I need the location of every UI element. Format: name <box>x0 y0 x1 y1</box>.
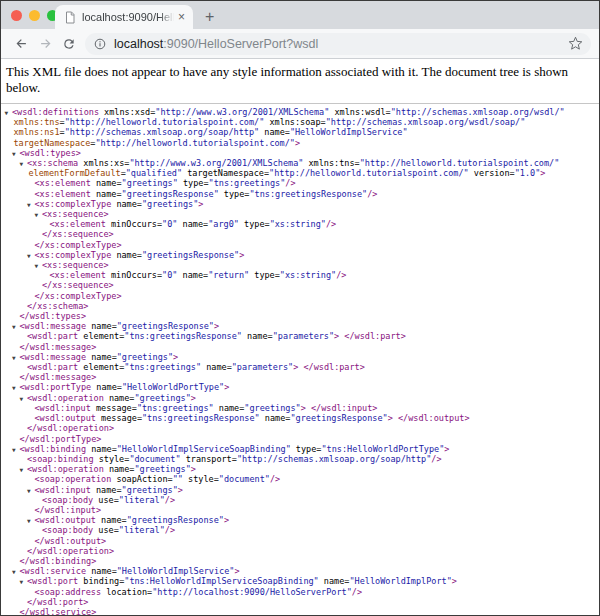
traffic-light-minimize-button[interactable] <box>29 10 40 21</box>
xml-line: </xs:sequence> <box>1 280 599 290</box>
reload-button[interactable] <box>57 32 81 56</box>
tab-close-icon[interactable]: × <box>176 10 187 24</box>
xml-line: </wsdl:types> <box>1 311 599 321</box>
page-info-icon[interactable] <box>93 37 107 51</box>
tab-strip: localhost:9090/HelloServerPort × + <box>1 1 599 29</box>
xml-line: </xs:sequence> <box>1 229 599 239</box>
xml-line: </wsdl:output> <box>1 536 599 546</box>
xml-line: xmlns:ns1="http://schemas.xmlsoap.org/so… <box>1 127 599 137</box>
address-bar[interactable]: localhost:9090/HelloServerPort?wsdl <box>85 33 591 55</box>
xml-line: ▼<wsdl:service name="HelloWorldImplServi… <box>1 566 599 576</box>
page-favicon-icon <box>64 11 76 24</box>
xml-line: <wsdl:part element="tns:greetingsRespons… <box>1 331 599 341</box>
xml-line: <soap:operation soapAction="" style="doc… <box>1 474 599 484</box>
back-button[interactable] <box>9 32 33 56</box>
xml-line: ▼<xs:schema xmlns:xs="http://www.w3.org/… <box>1 158 599 168</box>
xml-line: <xs:element minOccurs="0" name="arg0" ty… <box>1 219 599 229</box>
xml-line: <xs:element name="greetings" type="tns:g… <box>1 178 599 188</box>
xml-line: </wsdl:operation> <box>1 546 599 556</box>
xml-line: </wsdl:operation> <box>1 423 599 433</box>
url-host: localhost <box>114 37 163 51</box>
browser-tab[interactable]: localhost:9090/HelloServerPort × <box>55 5 193 29</box>
xml-line: <xs:element name="greetingsResponse" typ… <box>1 189 599 199</box>
xml-line: ▼<wsdl:portType name="HelloWorldPortType… <box>1 382 599 392</box>
xml-line: </xs:schema> <box>1 301 599 311</box>
xml-line: ▼<wsdl:operation name="greetings"> <box>1 464 599 474</box>
xml-line: elementFormDefault="qualified" targetNam… <box>1 168 599 178</box>
xml-line: <soap:body use="literal"/> <box>1 525 599 535</box>
xml-line: </wsdl:service> <box>1 607 599 615</box>
xml-line: ▼<xs:complexType name="greetingsResponse… <box>1 250 599 260</box>
browser-window: localhost:9090/HelloServerPort × + local… <box>0 0 600 616</box>
xml-line: ▼<wsdl:message name="greetingsResponse"> <box>1 321 599 331</box>
xml-line: </wsdl:binding> <box>1 556 599 566</box>
xml-notice: This XML file does not appear to have an… <box>1 59 599 104</box>
xml-line: </wsdl:message> <box>1 372 599 382</box>
xml-line: <wsdl:part element="tns:greetings" name=… <box>1 362 599 372</box>
xml-line: ▼<wsdl:operation name="greetings"> <box>1 393 599 403</box>
xml-line: </wsdl:portType> <box>1 434 599 444</box>
xml-line: targetNamespace="http://helloworld.tutor… <box>1 138 599 148</box>
xml-line: ▼<xs:sequence> <box>1 260 599 270</box>
url-text[interactable]: localhost:9090/HelloServerPort?wsdl <box>114 37 568 51</box>
page-content: This XML file does not appear to have an… <box>1 59 599 615</box>
xml-line: <wsdl:output message="tns:greetingsRespo… <box>1 413 599 423</box>
xml-line: </wsdl:port> <box>1 597 599 607</box>
xml-line: </wsdl:message> <box>1 342 599 352</box>
xml-line: <soap:body use="literal"/> <box>1 495 599 505</box>
xml-line: ▼<wsdl:port binding="tns:HelloWorldImplS… <box>1 576 599 586</box>
xml-line: </xs:complexType> <box>1 291 599 301</box>
url-path: :9090/HelloServerPort?wsdl <box>163 37 318 51</box>
xml-line: </xs:complexType> <box>1 240 599 250</box>
window-controls <box>11 10 58 21</box>
xml-line: ▼<wsdl:definitions xmlns:xsd="http://www… <box>1 107 599 117</box>
xml-line: <soap:binding style="document" transport… <box>1 454 599 464</box>
xml-line: <soap:address location="http://localhost… <box>1 587 599 597</box>
xml-line: ▼<wsdl:output name="greetingsResponse"> <box>1 515 599 525</box>
xml-line: ▼<wsdl:types> <box>1 148 599 158</box>
xml-line: ▼<wsdl:message name="greetings"> <box>1 352 599 362</box>
xml-line: ▼<xs:complexType name="greetings"> <box>1 199 599 209</box>
toolbar: localhost:9090/HelloServerPort?wsdl <box>1 29 599 59</box>
bookmark-star-icon[interactable] <box>568 36 583 51</box>
forward-button[interactable] <box>33 32 57 56</box>
xml-line: ▼<wsdl:binding name="HelloWorldImplServi… <box>1 444 599 454</box>
xml-tree: ▼<wsdl:definitions xmlns:xsd="http://www… <box>1 104 599 615</box>
xml-line: <wsdl:input message="tns:greetings" name… <box>1 403 599 413</box>
xml-line: ▼<xs:sequence> <box>1 209 599 219</box>
new-tab-button[interactable]: + <box>205 9 214 25</box>
tab-title: localhost:9090/HelloServerPort <box>82 11 176 23</box>
xml-line: <xs:element minOccurs="0" name="return" … <box>1 270 599 280</box>
xml-line: ▼<wsdl:input name="greetings"> <box>1 485 599 495</box>
xml-line: xmlns:tns="http://helloworld.tutorialspo… <box>1 117 599 127</box>
traffic-light-close-button[interactable] <box>11 10 22 21</box>
xml-line: </wsdl:input> <box>1 505 599 515</box>
